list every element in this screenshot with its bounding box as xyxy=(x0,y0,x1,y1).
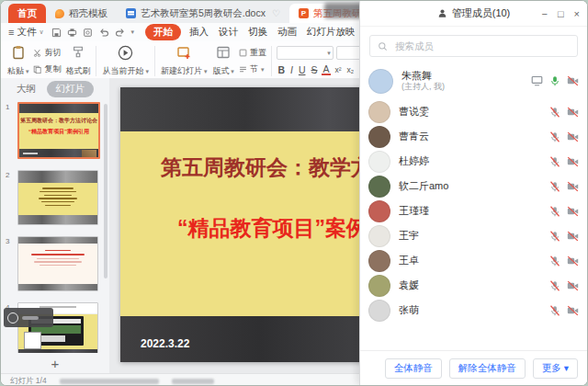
print-icon[interactable] xyxy=(67,28,77,38)
slide-number: 1 xyxy=(6,103,9,111)
mic-muted-icon[interactable] xyxy=(549,255,560,267)
member-row[interactable]: 王卓 xyxy=(360,248,587,273)
camera-off-icon[interactable] xyxy=(567,255,579,267)
ribbon-tab-开始[interactable]: 开始 xyxy=(145,24,181,40)
maximize-button[interactable]: □ xyxy=(558,8,564,19)
member-names: 王瑾瑾 xyxy=(399,205,549,218)
paste-button[interactable]: 粘贴 ▾ xyxy=(5,43,31,79)
ribbon-tab-插入[interactable]: 插入 xyxy=(187,25,210,40)
member-list: 朱燕舞 (主持人, 我) 曹说雯 曹青云 杜婷婷 软二斤amo 王瑾瑾 xyxy=(360,61,587,350)
member-icon xyxy=(437,8,447,18)
superscript-button[interactable]: x² xyxy=(334,65,343,74)
tab-extra-icon: ♡ xyxy=(272,8,280,18)
save-icon[interactable] xyxy=(51,28,62,38)
file-menu-button[interactable]: ≡ 文件 ∨ xyxy=(8,26,44,39)
mic-muted-icon[interactable] xyxy=(549,206,560,217)
copy-button[interactable]: 复制 xyxy=(33,63,61,75)
mic-muted-icon[interactable] xyxy=(549,131,560,142)
camera-off-icon[interactable] xyxy=(567,75,579,86)
member-name: 袁媛 xyxy=(399,279,549,292)
member-row[interactable]: 软二斤amo xyxy=(360,174,587,199)
member-name: 朱燕舞 xyxy=(401,70,531,83)
ribbon-tab-幻灯片放映[interactable]: 幻灯片放映 xyxy=(305,25,357,40)
thumb-title-line: 第五周教研会：教学方法讨论会 xyxy=(19,117,98,125)
hamburger-icon: ≡ xyxy=(8,27,14,38)
unmute-all-button[interactable]: 解除全体静音 xyxy=(449,358,526,379)
slide-counter: 幻灯片 1/4 xyxy=(10,376,47,386)
mic-muted-icon[interactable] xyxy=(549,156,560,167)
ribbon-tab-切换[interactable]: 切换 xyxy=(246,25,269,40)
slide-thumbnail-3[interactable]: 3 xyxy=(17,236,96,291)
ribbon-tab-动画[interactable]: 动画 xyxy=(276,25,299,40)
mic-on-icon[interactable] xyxy=(549,75,560,86)
subscript-button[interactable]: x₂ xyxy=(345,65,356,74)
ribbon-tab-设计[interactable]: 设计 xyxy=(217,25,240,40)
camera-off-icon[interactable] xyxy=(567,305,579,316)
font-color-button[interactable]: A xyxy=(322,64,331,75)
layout-button[interactable]: 版式 ▾ xyxy=(209,43,236,79)
mic-muted-icon[interactable] xyxy=(549,280,560,291)
current-slide[interactable]: 第五周教研会：教学方法讨论会 “精品教育项目”案例引用 2022.3.22 xyxy=(120,87,398,362)
document-tab-home[interactable]: 首页 xyxy=(8,4,46,23)
slide-thumbnail-2[interactable]: 2 xyxy=(17,170,96,225)
section-button[interactable]: 节▾ xyxy=(239,63,266,75)
camera-off-icon[interactable] xyxy=(567,206,579,217)
member-search-box[interactable] xyxy=(369,35,578,57)
italic-button[interactable]: I xyxy=(288,64,294,75)
play-from-current-button[interactable]: 从当前开始 ▾ xyxy=(99,43,151,79)
member-row[interactable]: 王瑾瑾 xyxy=(360,199,587,223)
screen-share-icon[interactable] xyxy=(531,75,543,86)
mute-all-button[interactable]: 全体静音 xyxy=(385,358,442,379)
member-row[interactable]: 曹说雯 xyxy=(360,99,587,124)
panel-title-bar: 管理成员(10) − □ × xyxy=(360,1,587,27)
camera-off-icon[interactable] xyxy=(567,280,579,291)
new-slide-button[interactable]: 新建幻灯片 ▾ xyxy=(158,43,209,79)
member-avatar xyxy=(368,275,390,297)
member-name: 杜婷婷 xyxy=(399,155,549,168)
font-name-select[interactable]: ▾ xyxy=(277,46,334,60)
document-tab-docer[interactable]: 稻壳模板 xyxy=(46,4,117,23)
new-slide-icon xyxy=(176,45,191,60)
tab-slides[interactable]: 幻灯片 xyxy=(47,81,95,97)
mic-muted-icon[interactable] xyxy=(549,305,560,316)
thumbnail-scrollbar[interactable] xyxy=(104,104,107,278)
qat-caret-icon[interactable]: ▾ xyxy=(131,28,135,36)
mic-muted-icon[interactable] xyxy=(549,107,560,118)
underline-button[interactable]: U xyxy=(297,64,307,75)
minimize-button[interactable]: − xyxy=(541,8,547,19)
reset-button[interactable]: 重置 xyxy=(239,47,266,59)
cut-button[interactable]: 剪切 xyxy=(33,47,61,59)
floating-record-widget[interactable] xyxy=(4,308,53,327)
member-avatar xyxy=(368,225,390,247)
format-painter-button[interactable]: 格式刷 xyxy=(62,43,93,79)
slide-thumbnail-1[interactable]: 1 第五周教研会：教学方法讨论会 “精品教育项目”案例引用 xyxy=(17,102,96,159)
member-row[interactable]: 张萌 xyxy=(360,298,587,323)
redo-icon[interactable] xyxy=(115,28,126,38)
mic-muted-icon[interactable] xyxy=(549,231,560,242)
mic-muted-icon[interactable] xyxy=(549,181,560,192)
bold-button[interactable]: B xyxy=(277,64,287,75)
close-button[interactable]: × xyxy=(574,8,580,19)
member-names: 王卓 xyxy=(399,255,549,267)
camera-off-icon[interactable] xyxy=(567,231,579,242)
add-slide-button[interactable]: + xyxy=(1,357,109,371)
member-row[interactable]: 袁媛 xyxy=(360,273,587,298)
member-row[interactable]: 杜婷婷 xyxy=(360,149,587,174)
strikethrough-button[interactable]: S xyxy=(310,64,319,75)
camera-off-icon[interactable] xyxy=(567,181,579,192)
scissors-icon xyxy=(33,49,41,57)
document-tab-doc[interactable]: 艺术教研室第5周教研会.docx♡ xyxy=(117,4,289,23)
tab-outline[interactable]: 大纲 xyxy=(17,83,36,96)
undo-icon[interactable] xyxy=(98,28,109,38)
member-row[interactable]: 王宇 xyxy=(360,223,587,248)
member-name: 王卓 xyxy=(399,255,549,267)
tab-label: 艺术教研室第5周教研会.docx xyxy=(141,7,266,20)
more-button[interactable]: 更多 ▾ xyxy=(533,358,578,379)
camera-off-icon[interactable] xyxy=(567,156,579,167)
member-search-input[interactable] xyxy=(393,40,570,52)
camera-off-icon[interactable] xyxy=(567,131,579,142)
member-row[interactable]: 曹青云 xyxy=(360,124,587,149)
camera-off-icon[interactable] xyxy=(567,107,579,118)
preview-icon[interactable] xyxy=(83,28,93,38)
member-row[interactable]: 朱燕舞 (主持人, 我) xyxy=(360,62,587,99)
